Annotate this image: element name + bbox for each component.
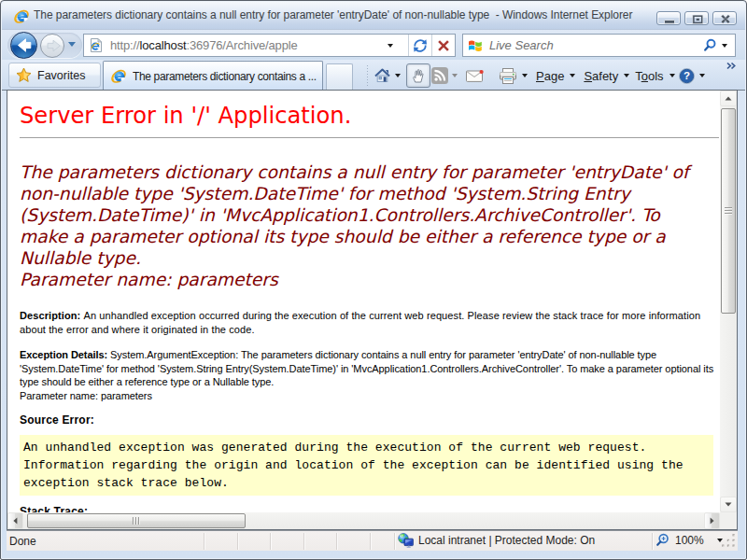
safety-menu-caret bbox=[624, 74, 629, 77]
active-tab[interactable]: The parameters dictionary contains a ... bbox=[103, 61, 323, 91]
minimize-icon bbox=[657, 12, 683, 27]
printer-icon bbox=[498, 67, 518, 85]
recent-pages-dropdown[interactable] bbox=[68, 42, 76, 47]
address-bar[interactable]: http://localhost:36976/Archive/apple bbox=[83, 34, 456, 57]
page-favicon-icon bbox=[88, 37, 104, 53]
new-tab-button[interactable] bbox=[326, 63, 353, 90]
print-button[interactable] bbox=[498, 63, 518, 88]
forward-button[interactable] bbox=[40, 34, 64, 58]
url-text: http://localhost:36976/Archive/apple bbox=[110, 38, 298, 52]
close-icon bbox=[713, 12, 738, 26]
description-label: Description: bbox=[20, 310, 84, 321]
zoom-level: 100% bbox=[675, 534, 704, 547]
exception-parameter: Parameter name: parameters bbox=[20, 270, 278, 289]
source-error-label: Source Error: bbox=[20, 413, 714, 427]
print-dropdown[interactable] bbox=[522, 74, 528, 77]
help-menu-caret bbox=[699, 74, 705, 77]
scrollbar-corner bbox=[720, 512, 737, 529]
search-icon[interactable] bbox=[702, 37, 718, 53]
window-controls bbox=[653, 11, 737, 25]
tab-favicon-icon bbox=[111, 68, 127, 84]
resize-grip[interactable] bbox=[721, 533, 737, 549]
address-dropdown[interactable] bbox=[388, 44, 393, 48]
maximize-icon bbox=[685, 12, 711, 27]
safety-menu[interactable]: Safety bbox=[584, 63, 629, 88]
heading-rule bbox=[20, 137, 719, 138]
favorites-label: Favorites bbox=[37, 69, 85, 82]
window-title: The parameters dictionary contains a nul… bbox=[34, 8, 632, 21]
security-zone: Local intranet | Protected Mode: On bbox=[398, 533, 595, 548]
zoom-icon bbox=[655, 533, 669, 548]
minimize-button[interactable] bbox=[656, 11, 681, 25]
browser-window: The parameters dictionary contains a nul… bbox=[0, 0, 747, 560]
page-menu-caret bbox=[570, 74, 575, 77]
back-arrow-icon bbox=[11, 33, 36, 58]
tools-menu[interactable]: Tools bbox=[635, 63, 674, 88]
browser-viewport: Server Error in '/' Application. The par… bbox=[7, 90, 738, 530]
maximize-button[interactable] bbox=[684, 11, 709, 25]
zoom-control[interactable]: 100% bbox=[655, 533, 723, 548]
command-bar: Page Safety Tools ? bbox=[374, 63, 741, 89]
navigation-bar: http://localhost:36976/Archive/apple Liv… bbox=[2, 29, 745, 60]
horizontal-scroll-thumb[interactable] bbox=[27, 513, 246, 528]
feeds-dropdown[interactable] bbox=[452, 74, 458, 77]
scroll-down-button[interactable] bbox=[720, 497, 737, 512]
status-bar: Done bbox=[7, 530, 738, 551]
exception-details-label: Exception Details: bbox=[20, 349, 110, 360]
forward-arrow-icon bbox=[41, 35, 63, 57]
search-box[interactable]: Live Search bbox=[462, 34, 736, 57]
home-icon bbox=[374, 67, 391, 84]
favorites-button[interactable]: Favorites bbox=[8, 63, 101, 88]
tools-menu-caret bbox=[669, 74, 675, 77]
exception-details-section: Exception Details: System.ArgumentExcept… bbox=[20, 348, 720, 402]
intranet-zone-icon bbox=[398, 533, 414, 548]
source-error-box: An unhandled exception was generated dur… bbox=[20, 435, 713, 496]
hand-icon bbox=[410, 67, 427, 84]
vertical-scroll-thumb[interactable] bbox=[721, 108, 736, 314]
exception-details-text: System.ArgumentException: The parameters… bbox=[20, 349, 713, 387]
feeds-button[interactable] bbox=[430, 63, 449, 88]
scroll-up-button[interactable] bbox=[720, 91, 737, 106]
page-menu-label: Page bbox=[536, 69, 564, 83]
vertical-scrollbar[interactable] bbox=[720, 91, 737, 512]
status-text: Done bbox=[9, 535, 36, 548]
favorites-star-icon bbox=[16, 67, 32, 83]
url-scheme: http:// bbox=[110, 38, 139, 52]
live-search-flag-icon bbox=[468, 38, 483, 53]
url-host: localhost bbox=[139, 38, 186, 52]
page-title: Server Error in '/' Application. bbox=[20, 103, 714, 129]
svg-text:?: ? bbox=[684, 70, 690, 81]
scroll-left-button[interactable] bbox=[7, 512, 23, 529]
exception-details-parameter: Parameter name: parameters bbox=[20, 390, 152, 401]
refresh-button[interactable] bbox=[412, 37, 429, 54]
tab-bar: Favorites The parameters dictionary cont… bbox=[2, 60, 745, 91]
url-path: :36976/Archive/apple bbox=[186, 38, 297, 52]
help-button[interactable]: ? bbox=[678, 63, 705, 88]
hand-tool-button[interactable] bbox=[406, 63, 430, 88]
ie-logo-icon bbox=[14, 8, 30, 24]
horizontal-scrollbar[interactable] bbox=[7, 512, 720, 529]
read-mail-button[interactable] bbox=[465, 63, 485, 88]
message-text: The parameters dictionary contains a nul… bbox=[20, 162, 689, 268]
search-input[interactable]: Live Search bbox=[489, 38, 702, 52]
home-button[interactable] bbox=[374, 63, 391, 88]
search-options-dropdown[interactable] bbox=[722, 44, 727, 48]
exception-message: The parameters dictionary contains a nul… bbox=[20, 161, 711, 290]
title-bar: The parameters dictionary contains a nul… bbox=[2, 2, 745, 29]
safety-menu-label: Safety bbox=[584, 69, 618, 83]
description-text: An unhandled exception occurred during t… bbox=[20, 310, 700, 335]
stack-trace-label: Stack Trace: bbox=[20, 505, 714, 512]
stop-button[interactable] bbox=[435, 37, 452, 54]
error-page: Server Error in '/' Application. The par… bbox=[7, 91, 720, 512]
close-button[interactable] bbox=[712, 11, 737, 25]
page-body: Server Error in '/' Application. The par… bbox=[20, 91, 714, 512]
zone-text: Local intranet | Protected Mode: On bbox=[418, 534, 595, 547]
mail-icon bbox=[465, 68, 485, 83]
page-menu[interactable]: Page bbox=[536, 63, 575, 88]
back-button[interactable] bbox=[10, 32, 37, 59]
tools-menu-label: Tools bbox=[635, 69, 663, 83]
description-section: Description: An unhandled exception occu… bbox=[20, 309, 715, 336]
toolbar-overflow-chevron[interactable] bbox=[725, 61, 738, 72]
scroll-right-button[interactable] bbox=[704, 512, 720, 529]
home-dropdown[interactable] bbox=[395, 74, 401, 77]
